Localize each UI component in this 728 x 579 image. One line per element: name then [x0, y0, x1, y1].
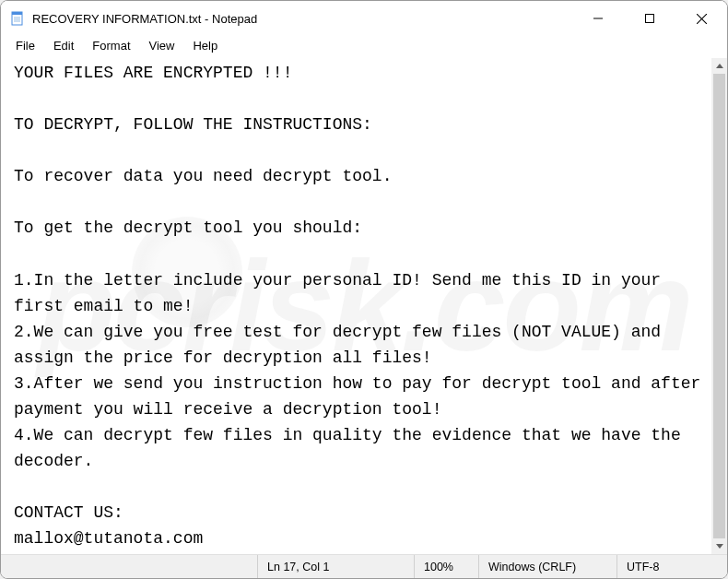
menu-file[interactable]: File [6, 37, 44, 54]
close-button[interactable] [675, 1, 727, 36]
menu-format[interactable]: Format [83, 37, 139, 54]
menubar: File Edit Format View Help [1, 36, 727, 58]
vertical-scrollbar[interactable] [711, 58, 727, 554]
text-editor[interactable]: YOUR FILES ARE ENCRYPTED !!! TO DECRYPT,… [1, 58, 711, 554]
scroll-up-arrow[interactable] [711, 58, 727, 74]
status-lineending: Windows (CRLF) [478, 555, 616, 578]
minimize-button[interactable] [572, 1, 624, 36]
svg-rect-1 [12, 12, 22, 15]
statusbar: Ln 17, Col 1 100% Windows (CRLF) UTF-8 [1, 554, 727, 578]
window-controls [572, 1, 727, 36]
status-zoom: 100% [414, 555, 478, 578]
titlebar: RECOVERY INFORMATION.txt - Notepad [1, 1, 727, 36]
notepad-window: RECOVERY INFORMATION.txt - Notepad File … [0, 0, 728, 579]
status-position: Ln 17, Col 1 [257, 555, 414, 578]
content-area: pcrisk.com YOUR FILES ARE ENCRYPTED !!! … [1, 58, 727, 554]
svg-rect-6 [646, 15, 654, 23]
status-encoding: UTF-8 [616, 555, 727, 578]
scroll-thumb[interactable] [713, 74, 725, 538]
menu-view[interactable]: View [140, 37, 184, 54]
maximize-button[interactable] [624, 1, 675, 36]
scroll-down-arrow[interactable] [711, 538, 727, 554]
menu-help[interactable]: Help [183, 37, 227, 54]
menu-edit[interactable]: Edit [44, 37, 83, 54]
window-title: RECOVERY INFORMATION.txt - Notepad [32, 12, 257, 26]
scroll-track[interactable] [711, 74, 727, 538]
notepad-icon [10, 11, 25, 26]
